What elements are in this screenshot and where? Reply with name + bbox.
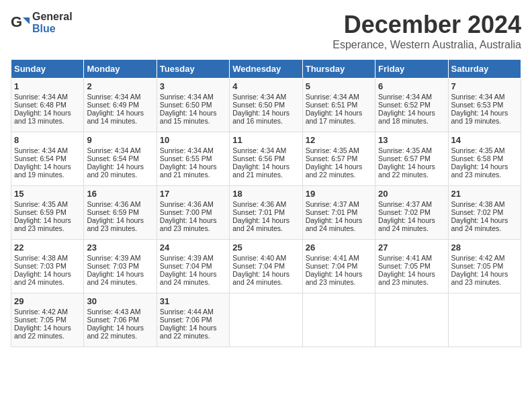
day-number: 28 <box>451 242 518 253</box>
day-cell-30: 30Sunrise: 4:43 AMSunset: 7:06 PMDayligh… <box>84 293 157 347</box>
day-cell-23: 23Sunrise: 4:39 AMSunset: 7:03 PMDayligh… <box>84 240 157 293</box>
sunset: Sunset: 7:03 PM <box>14 262 66 270</box>
daylight: Daylight: 14 hours and 24 minutes. <box>232 270 290 286</box>
sunrise: Sunrise: 4:42 AM <box>14 308 68 316</box>
sunrise: Sunrise: 4:37 AM <box>378 200 432 208</box>
sunrise: Sunrise: 4:35 AM <box>306 146 359 154</box>
daylight: Daylight: 14 hours and 22 minutes. <box>87 324 144 340</box>
day-cell-6: 6Sunrise: 4:34 AMSunset: 6:52 PMDaylight… <box>375 79 448 132</box>
day-number: 19 <box>306 189 372 199</box>
day-number: 8 <box>14 135 81 145</box>
sunset: Sunset: 7:00 PM <box>160 208 212 216</box>
sunrise: Sunrise: 4:36 AM <box>87 200 140 208</box>
sunset: Sunset: 6:49 PM <box>87 101 139 109</box>
sunrise: Sunrise: 4:34 AM <box>232 146 286 154</box>
calendar-week-2: 8Sunrise: 4:34 AMSunset: 6:54 PMDaylight… <box>11 132 521 186</box>
day-cell-2: 2Sunrise: 4:34 AMSunset: 6:49 PMDaylight… <box>84 79 157 132</box>
svg-marker-1 <box>23 17 30 24</box>
day-cell-8: 8Sunrise: 4:34 AMSunset: 6:54 PMDaylight… <box>11 132 84 186</box>
sunset: Sunset: 7:02 PM <box>451 208 504 216</box>
sunrise: Sunrise: 4:34 AM <box>14 146 68 154</box>
day-cell-14: 14Sunrise: 4:35 AMSunset: 6:58 PMDayligh… <box>448 132 521 186</box>
daylight: Daylight: 14 hours and 19 minutes. <box>451 109 508 125</box>
sunrise: Sunrise: 4:34 AM <box>451 93 505 101</box>
daylight: Daylight: 14 hours and 23 minutes. <box>451 163 508 179</box>
sunrise: Sunrise: 4:34 AM <box>160 146 214 154</box>
sunset: Sunset: 6:50 PM <box>232 101 285 109</box>
day-number: 16 <box>87 189 153 199</box>
sunrise: Sunrise: 4:34 AM <box>378 93 432 101</box>
day-cell-11: 11Sunrise: 4:34 AMSunset: 6:56 PMDayligh… <box>230 132 302 186</box>
sunrise: Sunrise: 4:34 AM <box>160 93 214 101</box>
sunrise: Sunrise: 4:39 AM <box>160 254 214 262</box>
daylight: Daylight: 14 hours and 17 minutes. <box>306 109 363 125</box>
day-cell-16: 16Sunrise: 4:36 AMSunset: 6:59 PMDayligh… <box>84 186 157 240</box>
title-area: December 2024 Esperance, Western Austral… <box>332 11 521 51</box>
sunrise: Sunrise: 4:36 AM <box>160 200 214 208</box>
sunrise: Sunrise: 4:34 AM <box>14 93 68 101</box>
day-cell-5: 5Sunrise: 4:34 AMSunset: 6:51 PMDaylight… <box>302 79 375 132</box>
location-subtitle: Esperance, Western Australia, Australia <box>332 39 521 51</box>
daylight: Daylight: 14 hours and 21 minutes. <box>232 163 290 179</box>
calendar-week-5: 29Sunrise: 4:42 AMSunset: 7:05 PMDayligh… <box>11 293 521 347</box>
logo-text: General Blue <box>32 11 73 35</box>
day-cell-22: 22Sunrise: 4:38 AMSunset: 7:03 PMDayligh… <box>11 240 84 293</box>
daylight: Daylight: 14 hours and 14 minutes. <box>87 109 144 125</box>
sunrise: Sunrise: 4:38 AM <box>14 254 68 262</box>
sunrise: Sunrise: 4:40 AM <box>232 254 286 262</box>
month-title: December 2024 <box>332 11 521 39</box>
sunset: Sunset: 6:55 PM <box>160 154 212 163</box>
day-cell-17: 17Sunrise: 4:36 AMSunset: 7:00 PMDayligh… <box>157 186 229 240</box>
daylight: Daylight: 14 hours and 24 minutes. <box>306 216 363 232</box>
sunset: Sunset: 7:06 PM <box>87 316 139 324</box>
daylight: Daylight: 14 hours and 24 minutes. <box>232 216 290 232</box>
sunrise: Sunrise: 4:34 AM <box>87 146 140 154</box>
empty-cell <box>375 293 448 347</box>
sunset: Sunset: 7:04 PM <box>232 262 285 270</box>
daylight: Daylight: 14 hours and 20 minutes. <box>87 163 144 179</box>
day-number: 12 <box>306 135 372 145</box>
logo-icon: G <box>11 13 30 32</box>
header: G General Blue December 2024 Esperance, … <box>11 11 521 51</box>
calendar-table: SundayMondayTuesdayWednesdayThursdayFrid… <box>11 59 521 347</box>
logo-general: General <box>32 11 73 22</box>
daylight: Daylight: 14 hours and 18 minutes. <box>378 109 435 125</box>
svg-text:G: G <box>11 13 22 30</box>
day-cell-26: 26Sunrise: 4:41 AMSunset: 7:04 PMDayligh… <box>302 240 375 293</box>
day-number: 22 <box>14 242 81 253</box>
day-cell-31: 31Sunrise: 4:44 AMSunset: 7:06 PMDayligh… <box>157 293 229 347</box>
day-cell-13: 13Sunrise: 4:35 AMSunset: 6:57 PMDayligh… <box>375 132 448 186</box>
daylight: Daylight: 14 hours and 22 minutes. <box>14 324 71 340</box>
empty-cell <box>302 293 375 347</box>
sunset: Sunset: 7:05 PM <box>378 262 431 270</box>
sunset: Sunset: 7:03 PM <box>87 262 139 270</box>
day-number: 25 <box>232 242 299 253</box>
day-number: 13 <box>378 135 445 145</box>
daylight: Daylight: 14 hours and 23 minutes. <box>378 270 435 286</box>
day-cell-12: 12Sunrise: 4:35 AMSunset: 6:57 PMDayligh… <box>302 132 375 186</box>
daylight: Daylight: 14 hours and 19 minutes. <box>14 163 71 179</box>
sunset: Sunset: 6:48 PM <box>14 101 66 109</box>
day-number: 31 <box>160 296 226 306</box>
day-number: 5 <box>306 81 372 91</box>
daylight: Daylight: 14 hours and 23 minutes. <box>306 270 363 286</box>
day-cell-15: 15Sunrise: 4:35 AMSunset: 6:59 PMDayligh… <box>11 186 84 240</box>
day-number: 7 <box>451 81 518 91</box>
daylight: Daylight: 14 hours and 23 minutes. <box>451 270 508 286</box>
day-cell-27: 27Sunrise: 4:41 AMSunset: 7:05 PMDayligh… <box>375 240 448 293</box>
day-cell-20: 20Sunrise: 4:37 AMSunset: 7:02 PMDayligh… <box>375 186 448 240</box>
sunset: Sunset: 7:04 PM <box>306 262 358 270</box>
sunrise: Sunrise: 4:34 AM <box>232 93 286 101</box>
day-cell-19: 19Sunrise: 4:37 AMSunset: 7:01 PMDayligh… <box>302 186 375 240</box>
day-number: 30 <box>87 296 153 306</box>
sunset: Sunset: 7:02 PM <box>378 208 431 216</box>
day-header-thursday: Thursday <box>302 60 375 79</box>
sunset: Sunset: 6:50 PM <box>160 101 212 109</box>
day-number: 4 <box>232 81 299 91</box>
calendar-week-3: 15Sunrise: 4:35 AMSunset: 6:59 PMDayligh… <box>11 186 521 240</box>
daylight: Daylight: 14 hours and 24 minutes. <box>14 270 71 286</box>
daylight: Daylight: 14 hours and 15 minutes. <box>160 109 217 125</box>
sunrise: Sunrise: 4:43 AM <box>87 308 140 316</box>
sunrise: Sunrise: 4:39 AM <box>87 254 140 262</box>
day-cell-4: 4Sunrise: 4:34 AMSunset: 6:50 PMDaylight… <box>230 79 302 132</box>
